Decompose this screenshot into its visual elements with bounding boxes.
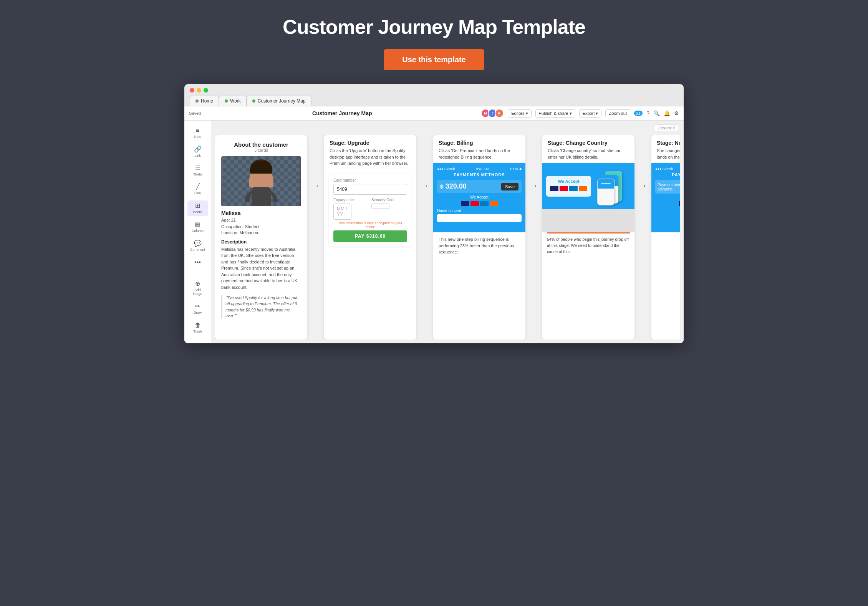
cc-mc bbox=[560, 186, 568, 191]
ncb-payment-note: Payment amount to be paid in advance. $3… bbox=[655, 180, 680, 194]
notifications-count[interactable]: 21 bbox=[634, 111, 643, 116]
mastercard-logo bbox=[470, 201, 479, 206]
tab-cjm-label: Customer Journey Map bbox=[258, 98, 306, 104]
sidebar-item-more[interactable]: ••• bbox=[187, 257, 208, 268]
stage-change-country-card[interactable]: Stage: Change Country Clicks 'Change cou… bbox=[542, 135, 634, 339]
sidebar-item-todo[interactable]: ☰ To-do bbox=[187, 163, 208, 179]
card-details-row: Expary date MM / YY Security Code bbox=[333, 198, 407, 220]
customer-occupation: Occupation: Student bbox=[221, 224, 301, 230]
sidebar-link-label: Link bbox=[194, 154, 201, 157]
stage-billing-card[interactable]: Stage: Billing Clicks 'Get Premium' and … bbox=[433, 135, 525, 339]
ncb-visa bbox=[679, 201, 680, 206]
draw-icon: ✏ bbox=[195, 303, 200, 310]
expiry-input[interactable]: MM / YY bbox=[333, 204, 351, 220]
stage-billing-title: Stage: Billing bbox=[439, 140, 520, 146]
customer-name: Melissa bbox=[221, 210, 301, 216]
security-input[interactable] bbox=[371, 204, 389, 209]
export-button[interactable]: Export ▾ bbox=[579, 109, 602, 118]
tab-dot-home bbox=[195, 99, 199, 103]
customer-quote: "'I've used Spotify for a long time but … bbox=[221, 295, 301, 319]
arrow-3: → bbox=[530, 181, 538, 190]
stage-billing-header: Stage: Billing Clicks 'Get Premium' and … bbox=[433, 135, 525, 163]
sidebar-item-note[interactable]: ≡ Note bbox=[187, 125, 208, 141]
note-icon: ≡ bbox=[196, 127, 199, 134]
sidebar-item-board[interactable]: ⊞ Board bbox=[187, 200, 208, 216]
sidebar-board-label: Board bbox=[193, 210, 202, 214]
settings-icon[interactable]: ⚙ bbox=[674, 110, 679, 116]
ncb-card-logos bbox=[655, 201, 680, 206]
more-icon: ••• bbox=[194, 259, 201, 265]
page-title: Customer Journey Map Template bbox=[8, 15, 860, 38]
bell-icon[interactable]: 🔔 bbox=[664, 110, 670, 116]
tab-dot-cjm bbox=[252, 99, 255, 103]
customer-card[interactable]: About the customer 3 cards bbox=[215, 135, 307, 339]
line-icon: ╱ bbox=[196, 184, 200, 190]
sidebar-draw-label: Draw bbox=[194, 311, 202, 315]
description-label: Description bbox=[221, 239, 301, 245]
cc-phone-area bbox=[594, 167, 631, 205]
stage-cc-title: Stage: Change Country bbox=[548, 140, 629, 146]
card-number-input[interactable]: 5409 bbox=[333, 184, 407, 195]
sidebar-item-trash[interactable]: 🗑 Trash bbox=[187, 320, 208, 336]
stage-upgrade-title: Stage: Upgrade bbox=[330, 140, 411, 146]
publish-button[interactable]: Publish & share ▾ bbox=[535, 109, 575, 118]
sidebar-line-label: Line bbox=[194, 191, 201, 195]
expiry-label: Expary date bbox=[333, 198, 369, 202]
ncb-accept: We Accept bbox=[655, 196, 680, 200]
hero-section: Customer Journey Map Template Use this t… bbox=[8, 15, 860, 70]
customer-age: Age: 21 bbox=[221, 217, 301, 224]
ncb-mockup: ●●● Sketch9:41 AM100% ■ PAYMENTS METHODS… bbox=[651, 163, 680, 232]
discover-logo bbox=[490, 201, 498, 206]
customer-description: Melissa has recently moved to Australia … bbox=[221, 246, 301, 291]
phone-front bbox=[597, 179, 615, 205]
stage-upgrade-header: Stage: Upgrade Clicks the 'Upgrade' butt… bbox=[324, 135, 416, 170]
app-body: ≡ Note 🔗 Link ☰ To-do ╱ Line ⊞ Board ▤ C… bbox=[184, 121, 684, 343]
close-button[interactable] bbox=[190, 88, 194, 93]
security-label: Security Code bbox=[371, 198, 407, 202]
tab-work[interactable]: Work bbox=[219, 96, 247, 106]
tab-home[interactable]: Home bbox=[190, 96, 219, 106]
billing-performance-note: This new one-step billing sequence is pe… bbox=[433, 232, 525, 259]
use-template-button[interactable]: Use this template bbox=[384, 49, 484, 70]
stage-ncb-card[interactable]: Stage: New Country Billing She changes h… bbox=[651, 135, 680, 339]
pay-button[interactable]: PAY $318.00 bbox=[333, 230, 407, 242]
sidebar-item-link[interactable]: 🔗 Link bbox=[187, 144, 208, 160]
name-on-card-label: Name on card bbox=[437, 209, 522, 213]
tab-cjm[interactable]: Customer Journey Map bbox=[247, 96, 311, 106]
document-title: Customer Journey Map bbox=[201, 110, 483, 116]
editor-avatars: M J K bbox=[483, 109, 504, 118]
add-image-icon: ⊕ bbox=[195, 281, 200, 287]
sidebar-item-draw[interactable]: ✏ Draw bbox=[187, 301, 208, 317]
card-logos bbox=[437, 201, 522, 206]
sidebar-item-add-image[interactable]: ⊕ Add image bbox=[187, 278, 208, 298]
encrypt-note: This information is kept encrypted on yo… bbox=[333, 221, 407, 229]
stage-ncb-title: Stage: New Country Billing bbox=[657, 140, 680, 146]
unsorted-label: Unsorted bbox=[654, 124, 678, 131]
cc-amex bbox=[569, 186, 578, 191]
browser-toolbar: Saved Customer Journey Map M J K Editors… bbox=[184, 106, 684, 121]
sidebar-item-comment[interactable]: 💬 Comment bbox=[187, 238, 208, 254]
drop-off-note: 54% of people who begin this journey dro… bbox=[542, 233, 634, 258]
stage-ncb-desc: She changes her country to the UK and la… bbox=[657, 147, 680, 160]
maximize-button[interactable] bbox=[204, 88, 208, 93]
stage-ncb-header: Stage: New Country Billing She changes h… bbox=[651, 135, 680, 163]
stage-upgrade-card[interactable]: Stage: Upgrade Clicks the 'Upgrade' butt… bbox=[324, 135, 416, 339]
minimize-button[interactable] bbox=[197, 88, 201, 93]
billing-signal: ●●● Sketch9:41 AM100% ■ bbox=[437, 167, 522, 171]
link-icon: 🔗 bbox=[194, 146, 202, 152]
change-country-mockup: We Accept bbox=[542, 163, 634, 232]
cc-top: We Accept bbox=[542, 163, 634, 209]
toolbar-right: M J K Editors ▾ Publish & share ▾ Export… bbox=[483, 109, 679, 118]
name-on-card-input[interactable] bbox=[437, 214, 522, 222]
sidebar-item-column[interactable]: ▤ Column bbox=[187, 219, 208, 235]
billing-amount-row: $ 320.00 Save bbox=[437, 180, 522, 193]
sidebar-item-line[interactable]: ╱ Line bbox=[187, 182, 208, 197]
stage-upgrade-desc: Clicks the 'Upgrade' button in the Spoti… bbox=[330, 147, 411, 167]
search-icon[interactable]: 🔍 bbox=[653, 110, 660, 116]
card-number-label: Card number bbox=[333, 178, 407, 182]
editors-button[interactable]: Editors ▾ bbox=[508, 109, 531, 118]
sidebar-note-label: Note bbox=[194, 135, 201, 139]
zoom-out-button[interactable]: Zoom out bbox=[605, 109, 630, 117]
billing-save-button[interactable]: Save bbox=[501, 183, 518, 190]
help-icon[interactable]: ? bbox=[646, 110, 649, 116]
